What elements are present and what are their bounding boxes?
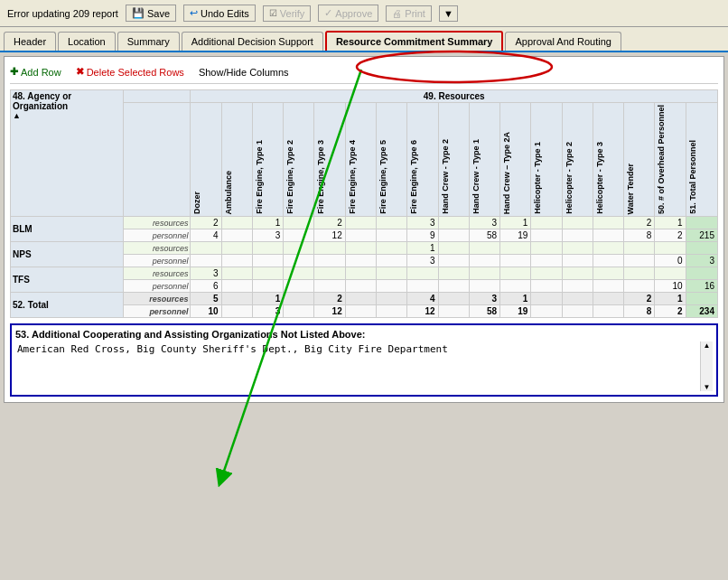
- save-button[interactable]: 💾 Save: [126, 5, 176, 22]
- approve-icon: ✓: [324, 7, 332, 19]
- resources-section-header: 49. Resources: [191, 90, 718, 103]
- tab-approval-routing[interactable]: Approval And Routing: [505, 32, 621, 51]
- additional-text: American Red Cross, Big County Sheriff's…: [15, 341, 700, 391]
- tfs-agency-cell: TFS: [11, 267, 124, 293]
- additional-cooperating-section: 53. Additional Cooperating and Assisting…: [10, 323, 718, 397]
- nps-agency-cell: NPS: [11, 242, 124, 267]
- tab-header[interactable]: Header: [4, 32, 56, 51]
- nps-resources-type: resources: [123, 242, 191, 255]
- col-header-heli1: Helicopter - Type 1: [531, 103, 562, 217]
- col-header-type: [123, 103, 191, 217]
- table-row: NPS resources 1: [11, 242, 718, 255]
- scroll-down-icon[interactable]: ▼: [704, 383, 711, 391]
- col-header-fe3: Fire Engine, Type 3: [314, 103, 345, 217]
- col-header-heli3: Helicopter - Type 3: [593, 103, 623, 217]
- blm-personnel-type: personnel: [123, 229, 191, 242]
- col-header-fe1: Fire Engine, Type 1: [252, 103, 283, 217]
- delete-icon: ✖: [76, 66, 84, 78]
- delete-rows-button[interactable]: ✖ Delete Selected Rows: [76, 66, 184, 78]
- col-header-overhead: 50. # of Overhead Personnel: [655, 103, 686, 217]
- col-header-fe6: Fire Engine, Type 6: [407, 103, 438, 217]
- col-header-heli2: Helicopter - Type 2: [562, 103, 593, 217]
- undo-icon: ↩: [190, 7, 198, 19]
- tab-resource-commitment[interactable]: Resource Commitment Summary: [325, 31, 504, 51]
- tab-summary[interactable]: Summary: [117, 32, 180, 51]
- col-header-hc2: Hand Crew - Type 2: [438, 103, 469, 217]
- total-resources-type: resources: [123, 293, 191, 305]
- tab-additional-decision[interactable]: Additional Decision Support: [182, 32, 323, 51]
- verify-icon: ☑: [269, 8, 277, 18]
- nps-personnel-type: personnel: [123, 255, 191, 267]
- tfs-resources-type: resources: [123, 267, 191, 280]
- col-header-fe2: Fire Engine, Type 2: [284, 103, 314, 217]
- print-button[interactable]: 🖨 Print: [386, 5, 432, 22]
- col-header-fe5: Fire Engine, Type 5: [376, 103, 406, 217]
- add-row-button[interactable]: ✚ Add Row: [10, 66, 61, 78]
- toolbar: Error updating 209 report 💾 Save ↩ Undo …: [0, 0, 728, 27]
- tab-location[interactable]: Location: [58, 32, 116, 51]
- col-header-hc2a: Hand Crew – Type 2A: [500, 103, 531, 217]
- undo-button[interactable]: ↩ Undo Edits: [183, 5, 256, 22]
- agency-col-header: 48. Agency orOrganization ▲: [11, 90, 124, 217]
- show-hide-button[interactable]: Show/Hide Columns: [199, 67, 289, 78]
- col-header-hc1: Hand Crew - Type 1: [469, 103, 499, 217]
- toolbar-dropdown[interactable]: ▼: [439, 5, 458, 22]
- table-row: 52. Total resources 5 1 2 4 3 1: [11, 293, 718, 305]
- main-content: ✚ Add Row ✖ Delete Selected Rows Show/Hi…: [4, 56, 724, 403]
- tab-bar: Header Location Summary Additional Decis…: [0, 27, 728, 52]
- type-col-header: [123, 90, 191, 103]
- col-header-water: Water Tender: [624, 103, 655, 217]
- tfs-personnel-type: personnel: [123, 280, 191, 293]
- table-row: BLM resources 2 1 2 3 3 1: [11, 217, 718, 229]
- approve-button[interactable]: ✓ Approve: [318, 5, 378, 22]
- total-agency-cell: 52. Total: [11, 293, 124, 318]
- verify-button[interactable]: ☑ Verify: [263, 5, 312, 22]
- blm-resources-type: resources: [123, 217, 191, 229]
- col-header-dozer: Dozer: [191, 103, 221, 217]
- blm-agency-cell: BLM: [11, 217, 124, 242]
- action-bar: ✚ Add Row ✖ Delete Selected Rows Show/Hi…: [10, 62, 718, 84]
- table-row: TFS resources 3: [11, 267, 718, 280]
- additional-label: 53. Additional Cooperating and Assisting…: [15, 329, 713, 340]
- print-icon: 🖨: [392, 8, 402, 19]
- plus-icon: ✚: [10, 66, 18, 78]
- col-header-fe4: Fire Engine, Type 4: [345, 103, 376, 217]
- error-message: Error updating 209 report: [7, 8, 118, 19]
- scrollbar[interactable]: ▲ ▼: [700, 341, 713, 391]
- total-personnel-type: personnel: [123, 305, 191, 318]
- resources-table-container: 48. Agency orOrganization ▲ 49. Resource…: [10, 89, 718, 318]
- save-icon: 💾: [132, 7, 145, 19]
- scroll-up-icon[interactable]: ▲: [704, 341, 711, 350]
- col-header-ambulance: Ambulance: [221, 103, 252, 217]
- resources-table: 48. Agency orOrganization ▲ 49. Resource…: [10, 89, 718, 318]
- col-header-total-personnel: 51. Total Personnel: [686, 103, 717, 217]
